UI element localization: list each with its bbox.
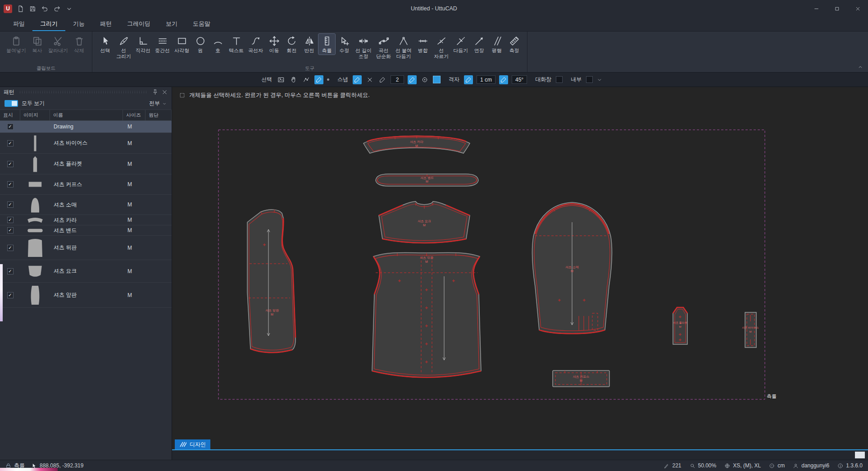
hand-icon[interactable] [289, 75, 298, 84]
tool-button-trim[interactable]: 다듬기 [451, 34, 470, 55]
pattern-row-bias[interactable]: ✓ 셔츠 바이어스 M [0, 133, 172, 154]
piece-band[interactable]: 셔츠 밴드 M [376, 174, 478, 186]
minimize-button[interactable] [806, 0, 827, 17]
visibility-checkbox[interactable]: ✓ [7, 201, 14, 208]
user-account[interactable]: danggunyi6 [793, 462, 829, 469]
pattern-row-back[interactable]: ✓ 셔츠 뒤판 M [0, 236, 172, 260]
tool-button-cut[interactable]: 잘라내기 [46, 34, 70, 55]
menu-item[interactable]: 도움말 [185, 17, 218, 31]
inner-checkbox[interactable] [586, 76, 593, 83]
piece-sleeve[interactable]: 셔츠 소매 M [532, 202, 612, 334]
tool-button-rect[interactable]: 사각형 [173, 34, 191, 55]
tool-button-cutline[interactable]: 선 자르기 [432, 34, 450, 60]
tool-button-merge[interactable]: 병합 [414, 34, 431, 55]
tool-button-text[interactable]: 텍스트 [227, 34, 245, 55]
piece-front[interactable]: 셔츠 앞판 M [247, 210, 295, 352]
polyline-icon[interactable] [302, 75, 311, 84]
tool-button-linelen[interactable]: 선 길이 조정 [354, 34, 373, 60]
piece-bias[interactable]: 셔츠 바이어스 M [742, 312, 759, 348]
tool-button-simplify[interactable]: 곡선 단순화 [374, 34, 393, 60]
pattern-row-collar[interactable]: ✓ 셔츠 카라 M [0, 215, 172, 225]
visibility-checkbox[interactable]: ✓ [7, 217, 14, 223]
menu-item[interactable]: 그레이딩 [119, 17, 158, 31]
pattern-row-cuffs[interactable]: ✓ 셔츠 커프스 M [0, 174, 172, 195]
size-selector[interactable]: XS, (M), XL [724, 462, 761, 469]
close-window-button[interactable] [847, 0, 868, 17]
menu-item[interactable]: 그리기 [32, 17, 65, 31]
image-icon[interactable] [277, 75, 286, 84]
tab-design[interactable]: 디자인 [175, 439, 210, 449]
tool-button-rule[interactable]: 측률 [318, 34, 335, 55]
chevron-down-icon[interactable] [596, 77, 603, 83]
grid-angle-pencil-icon[interactable] [499, 75, 508, 84]
menu-item[interactable]: 기능 [65, 17, 92, 31]
color-swatch[interactable] [433, 76, 441, 83]
drawing-canvas[interactable]: 개체들을 선택하세요. 완료가 된 경우, 마우스 오른쪽 버튼을 클릭하세요.… [172, 87, 868, 460]
tool-button-extend[interactable]: 연장 [471, 34, 487, 55]
quickbar-dropdown-icon[interactable] [65, 5, 73, 13]
target-icon[interactable] [420, 75, 429, 84]
tool-button-move[interactable]: 이동 [266, 34, 282, 55]
snap-value-field[interactable]: 2 [391, 75, 404, 84]
tool-button-del[interactable]: 삭제 [71, 34, 87, 55]
collapse-ribbon-icon[interactable] [857, 64, 863, 70]
visibility-checkbox[interactable]: ✓ [7, 268, 14, 274]
grid-angle-field[interactable]: 45° [512, 75, 527, 84]
tool-button-parallel[interactable]: 평행 [488, 34, 505, 55]
tool-button-measure[interactable]: 측정 [506, 34, 523, 55]
pin-icon[interactable] [152, 89, 159, 96]
visibility-checkbox[interactable]: ✓ [7, 292, 14, 298]
tool-button-paste[interactable]: 붙여넣기 [5, 34, 28, 55]
pattern-row-none[interactable]: ✓ Drawing M [0, 121, 172, 133]
tool-button-pen[interactable]: 선 그리기 [114, 34, 133, 60]
pattern-row-band[interactable]: ✓ 셔츠 밴드 M [0, 225, 172, 236]
snap-pencil-icon[interactable] [353, 75, 362, 84]
undo-icon[interactable] [41, 5, 49, 13]
tool-button-circle[interactable]: 원 [192, 34, 209, 55]
piece-cuffs[interactable]: 셔츠 커프스 M [553, 370, 609, 387]
visibility-checkbox[interactable]: ✓ [7, 227, 14, 233]
redo-icon[interactable] [53, 5, 61, 13]
visibility-checkbox[interactable]: ✓ [7, 245, 14, 251]
snap-off-icon[interactable] [365, 75, 374, 84]
visibility-checkbox[interactable]: ✓ [7, 123, 14, 130]
dialog-checkbox[interactable] [556, 76, 563, 83]
menu-item[interactable]: 파일 [5, 17, 32, 31]
new-file-icon[interactable] [17, 5, 24, 13]
pencil-icon[interactable] [314, 75, 323, 84]
pattern-row-sleeve[interactable]: ✓ 셔츠 소매 M [0, 195, 172, 215]
grid-size-field[interactable]: 1 cm [477, 75, 495, 84]
tool-button-modify[interactable]: 수정 [336, 34, 353, 55]
tool-button-select[interactable]: 선택 [97, 34, 114, 55]
snap-pencil2-icon[interactable] [408, 75, 417, 84]
tool-button-midline[interactable]: 중간선 [153, 34, 172, 55]
pattern-row-placket[interactable]: ✓ 셔츠 플라켓 M [0, 154, 172, 174]
tool-button-rotate[interactable]: 회전 [283, 34, 300, 55]
pattern-row-yoke[interactable]: ✓ 셔츠 요크 M [0, 260, 172, 283]
tool-button-arc[interactable]: 호 [209, 34, 226, 55]
snap-pencil-gray-icon[interactable] [378, 75, 387, 84]
tool-button-attach[interactable]: 선 붙여 다듬기 [394, 34, 414, 60]
menu-item[interactable]: 패턴 [92, 17, 119, 31]
menu-item[interactable]: 보기 [158, 17, 185, 31]
tool-button-copy[interactable]: 복사 [29, 34, 45, 55]
visibility-checkbox[interactable]: ✓ [7, 181, 14, 187]
show-all-toggle[interactable] [5, 100, 18, 107]
scrollbar-corner[interactable] [855, 452, 865, 458]
piece-collar[interactable]: 셔츠 카라 M [364, 136, 470, 153]
unit-selector[interactable]: cm [769, 462, 785, 469]
close-panel-icon[interactable] [161, 89, 168, 96]
tool-button-flip[interactable]: 반전 [301, 34, 318, 55]
save-icon[interactable] [29, 5, 36, 13]
tool-button-curveruler[interactable]: 곡선자 [246, 34, 265, 55]
maximize-button[interactable] [827, 0, 847, 17]
zoom-control[interactable]: 50.00% [690, 462, 717, 469]
visibility-checkbox[interactable]: ✓ [7, 140, 14, 146]
filter-dropdown[interactable]: 전부 [149, 100, 167, 107]
piece-placket[interactable]: 셔츠 플라켓 M [673, 307, 687, 344]
piece-back[interactable]: 셔츠 뒤판 M [372, 252, 481, 377]
piece-yoke[interactable]: 셔츠 요크 M [379, 201, 470, 243]
tool-button-perp[interactable]: 직각선 [134, 34, 152, 55]
visibility-checkbox[interactable]: ✓ [7, 161, 14, 167]
pattern-row-front[interactable]: ✓ 셔츠 앞판 M [0, 283, 172, 308]
